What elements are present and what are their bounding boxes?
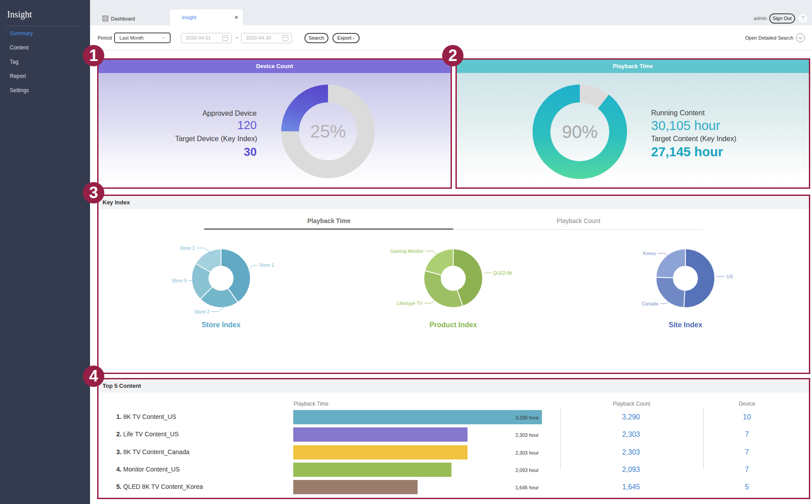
svg-text:US: US [726,274,733,279]
svg-text:Lifestype TV: Lifestype TV [397,301,422,306]
svg-text:Canada: Canada [642,301,658,306]
svg-text:Store 5: Store 5 [172,278,187,283]
svg-text:QLED 8K: QLED 8K [493,270,513,276]
svg-text:Store 2: Store 2 [194,309,209,314]
svg-text:Gaming Monitor: Gaming Monitor [390,248,423,254]
svg-text:Korea: Korea [643,251,656,256]
svg-text:Store 1: Store 1 [259,262,274,268]
svg-text:Store 3: Store 3 [180,245,195,251]
